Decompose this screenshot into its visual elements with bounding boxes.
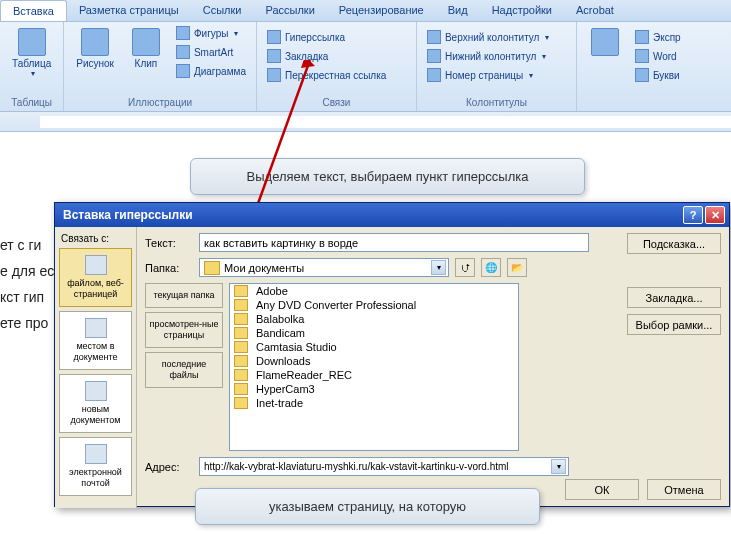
up-folder-button[interactable]: ⮍ <box>455 258 475 277</box>
dropcap-button[interactable]: Букви <box>631 66 685 84</box>
hyperlink-icon <box>267 30 281 44</box>
email-icon <box>85 444 107 464</box>
folder-icon <box>234 299 248 311</box>
dialog-title: Вставка гиперссылки <box>63 208 681 222</box>
express-button[interactable]: Экспр <box>631 28 685 46</box>
picture-icon <box>81 28 109 56</box>
chart-icon <box>176 64 190 78</box>
link-place-doc[interactable]: местом в документе <box>59 311 132 370</box>
chevron-down-icon[interactable]: ▾ <box>551 459 566 474</box>
frame-button[interactable]: Выбор рамки... <box>627 314 721 335</box>
tab-mailings[interactable]: Рассылки <box>253 0 326 21</box>
tab-current-folder[interactable]: текущая папка <box>145 283 223 308</box>
newdoc-icon <box>85 381 107 401</box>
browse-tabs: текущая папка просмотрен-ные страницы по… <box>145 283 223 451</box>
doc-icon <box>85 318 107 338</box>
tab-addins[interactable]: Надстройки <box>480 0 564 21</box>
help-button[interactable]: ? <box>683 206 703 224</box>
wordart-button[interactable]: Word <box>631 47 685 65</box>
crossref-icon <box>267 68 281 82</box>
close-button[interactable]: ✕ <box>705 206 725 224</box>
link-new-doc[interactable]: новым документом <box>59 374 132 433</box>
folder-label: Папка: <box>145 262 193 274</box>
table-icon <box>18 28 46 56</box>
crossref-button[interactable]: Перекрестная ссылка <box>263 66 390 84</box>
group-links: Гиперссылка Закладка Перекрестная ссылка… <box>257 22 417 111</box>
group-tables: Таблица Таблицы <box>0 22 64 111</box>
bookmark-dialog-button[interactable]: Закладка... <box>627 287 721 308</box>
textbox-icon <box>591 28 619 56</box>
callout-bottom: указываем страницу, на которую <box>195 488 540 525</box>
tab-browsed-pages[interactable]: просмотрен-ные страницы <box>145 312 223 348</box>
folder-icon <box>204 261 220 275</box>
folder-icon <box>234 383 248 395</box>
smartart-button[interactable]: SmartArt <box>172 43 250 61</box>
list-item[interactable]: Balabolka <box>230 312 518 326</box>
ok-button[interactable]: ОК <box>565 479 639 500</box>
list-item[interactable]: Adobe <box>230 284 518 298</box>
tab-review[interactable]: Рецензирование <box>327 0 436 21</box>
chart-button[interactable]: Диаграмма <box>172 62 250 80</box>
hyperlink-button[interactable]: Гиперссылка <box>263 28 390 46</box>
tab-recent-files[interactable]: последние файлы <box>145 352 223 388</box>
tab-acrobat[interactable]: Acrobat <box>564 0 626 21</box>
ruler[interactable] <box>0 112 731 132</box>
table-label: Таблица <box>12 58 51 69</box>
group-headers: Верхний колонтитул Нижний колонтитул Ном… <box>417 22 577 111</box>
group-illustrations-label: Иллюстрации <box>70 95 250 111</box>
folder-icon <box>234 313 248 325</box>
link-file-web[interactable]: файлом, веб-страницей <box>59 248 132 307</box>
group-links-label: Связи <box>263 95 410 111</box>
bookmark-icon <box>267 49 281 63</box>
tab-page-layout[interactable]: Разметка страницы <box>67 0 191 21</box>
group-headers-label: Колонтитулы <box>423 95 570 111</box>
picture-button[interactable]: Рисунок <box>70 24 120 73</box>
list-item[interactable]: FlameReader_REC <box>230 368 518 382</box>
bookmark-button[interactable]: Закладка <box>263 47 390 65</box>
clip-icon <box>132 28 160 56</box>
shapes-icon <box>176 26 190 40</box>
address-label: Адрес: <box>145 461 193 473</box>
footer-icon <box>427 49 441 63</box>
ribbon: Таблица Таблицы Рисунок Клип Фигуры Smar… <box>0 22 731 112</box>
link-email[interactable]: электронной почтой <box>59 437 132 496</box>
list-item[interactable]: HyperCam3 <box>230 382 518 396</box>
browse-file-button[interactable]: 📂 <box>507 258 527 277</box>
list-item[interactable]: Any DVD Converter Professional <box>230 298 518 312</box>
clip-button[interactable]: Клип <box>124 24 168 73</box>
browse-web-button[interactable]: 🌐 <box>481 258 501 277</box>
header-button[interactable]: Верхний колонтитул <box>423 28 554 46</box>
tab-references[interactable]: Ссылки <box>191 0 254 21</box>
table-button[interactable]: Таблица <box>6 24 57 82</box>
document-text: ет с ги е для ес кст гип ете про <box>0 232 54 336</box>
folder-icon <box>234 397 248 409</box>
list-item[interactable]: Camtasia Studio <box>230 340 518 354</box>
chevron-down-icon[interactable]: ▾ <box>431 260 446 275</box>
list-item[interactable]: Inet-trade <box>230 396 518 410</box>
hyperlink-dialog: Вставка гиперссылки ? ✕ Связать с: файло… <box>54 202 730 507</box>
dropcap-icon <box>635 68 649 82</box>
group-illustrations: Рисунок Клип Фигуры SmartArt Диаграмма И… <box>64 22 257 111</box>
pagenum-icon <box>427 68 441 82</box>
tab-view[interactable]: Вид <box>436 0 480 21</box>
titlebar[interactable]: Вставка гиперссылки ? ✕ <box>55 203 729 227</box>
text-input[interactable] <box>199 233 589 252</box>
folder-icon <box>234 341 248 353</box>
folder-icon <box>234 285 248 297</box>
group-tables-label: Таблицы <box>6 95 57 111</box>
cancel-button[interactable]: Отмена <box>647 479 721 500</box>
address-combo[interactable]: http://kak-vybrat-klaviaturu-myshki.ru/k… <box>199 457 569 476</box>
dialog-main: Текст: Подсказка... Папка: Мои документы… <box>137 227 729 508</box>
pagenum-button[interactable]: Номер страницы <box>423 66 554 84</box>
list-item[interactable]: Downloads <box>230 354 518 368</box>
tab-insert[interactable]: Вставка <box>0 0 67 21</box>
footer-button[interactable]: Нижний колонтитул <box>423 47 554 65</box>
hint-button[interactable]: Подсказка... <box>627 233 721 254</box>
textbox-button[interactable] <box>583 24 627 62</box>
shapes-button[interactable]: Фигуры <box>172 24 250 42</box>
list-item[interactable]: Bandicam <box>230 326 518 340</box>
link-sidebar: Связать с: файлом, веб-страницей местом … <box>55 227 137 508</box>
file-list[interactable]: Adobe Any DVD Converter Professional Bal… <box>229 283 519 451</box>
group-text: Экспр Word Букви <box>577 22 691 111</box>
folder-combo[interactable]: Мои документы ▾ <box>199 258 449 277</box>
